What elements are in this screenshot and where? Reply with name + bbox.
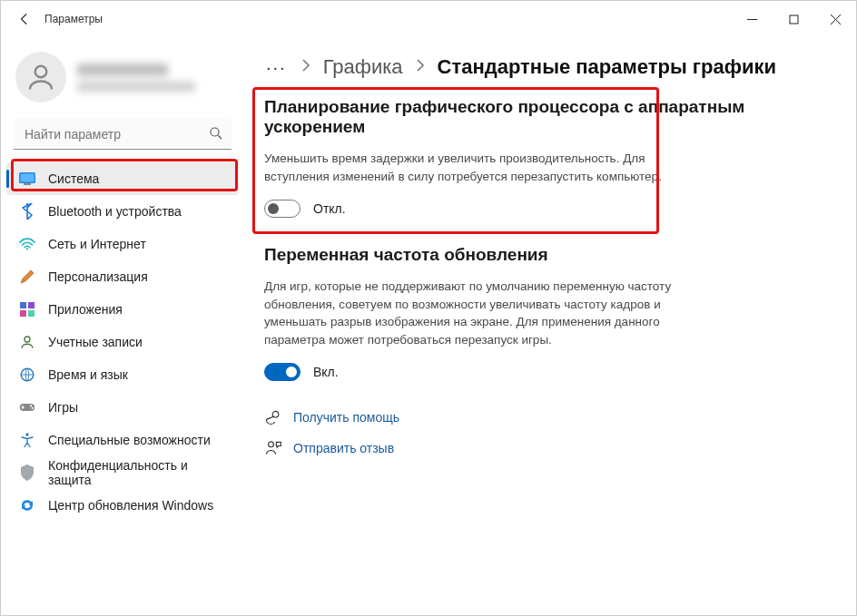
sidebar-item-label: Центр обновления Windows — [48, 498, 213, 513]
svg-rect-1 — [790, 15, 798, 24]
svg-rect-11 — [20, 302, 26, 308]
sidebar-item-privacy[interactable]: Конфиденциальность и защита — [6, 456, 239, 489]
svg-point-5 — [211, 128, 219, 136]
sidebar-item-update[interactable]: Центр обновления Windows — [6, 489, 239, 522]
toggle-state-label: Вкл. — [313, 365, 339, 379]
help-icon — [264, 408, 282, 426]
sidebar-item-label: Система — [48, 171, 99, 186]
svg-rect-14 — [28, 310, 34, 317]
svg-point-19 — [32, 407, 34, 409]
footer-links: Получить помощь Отправить отзыв — [264, 408, 831, 457]
svg-point-15 — [25, 337, 30, 342]
sidebar-item-label: Специальные возможности — [48, 433, 211, 447]
network-icon — [19, 236, 35, 252]
svg-point-10 — [26, 248, 28, 249]
sidebar-item-bluetooth[interactable]: Bluetooth и устройства — [6, 195, 239, 228]
search-input[interactable] — [14, 119, 231, 150]
sidebar-item-personalize[interactable]: Персонализация — [6, 260, 239, 293]
toggle-state-label: Откл. — [313, 201, 346, 216]
help-link[interactable]: Получить помощь — [293, 410, 399, 425]
section-heading: Планирование графического процессора с а… — [264, 97, 831, 137]
svg-rect-8 — [21, 174, 34, 182]
sidebar-item-label: Учетные записи — [48, 335, 143, 349]
section-gpu-scheduling: Планирование графического процессора с а… — [264, 92, 831, 218]
avatar — [15, 52, 66, 103]
svg-rect-9 — [24, 183, 31, 185]
time-icon — [19, 367, 35, 383]
svg-rect-12 — [28, 302, 34, 308]
sidebar: Система Bluetooth и устройства Сеть и Ин… — [1, 37, 244, 615]
accessibility-icon — [19, 432, 35, 448]
section-heading: Переменная частота обновления — [264, 245, 831, 265]
system-icon — [19, 171, 35, 187]
back-button[interactable] — [12, 6, 37, 32]
sidebar-item-label: Конфиденциальность и защита — [48, 458, 230, 487]
sidebar-item-label: Время и язык — [48, 367, 128, 382]
privacy-icon — [19, 464, 35, 481]
section-vrr: Переменная частота обновления Для игр, к… — [264, 245, 831, 381]
svg-line-6 — [218, 135, 222, 139]
section-description: Уменьшить время задержки и увеличить про… — [264, 150, 700, 185]
svg-point-21 — [272, 412, 279, 418]
section-description: Для игр, которые не поддерживают по умол… — [264, 278, 700, 348]
profile-text-redacted — [77, 64, 195, 92]
chevron-right-icon — [416, 59, 425, 75]
personalize-icon — [19, 269, 35, 285]
update-icon — [19, 497, 35, 513]
svg-point-20 — [25, 433, 28, 435]
sidebar-item-label: Приложения — [48, 302, 123, 317]
sidebar-item-time[interactable]: Время и язык — [6, 358, 239, 391]
sidebar-item-label: Игры — [48, 400, 78, 415]
gaming-icon — [19, 399, 35, 416]
breadcrumb-current: Стандартные параметры графики — [438, 55, 776, 79]
close-button[interactable] — [814, 1, 856, 37]
gpu-scheduling-toggle[interactable] — [264, 200, 300, 218]
bluetooth-icon — [19, 203, 35, 220]
titlebar: Параметры — [1, 1, 856, 37]
svg-point-18 — [30, 405, 32, 406]
breadcrumb-more[interactable]: ··· — [264, 57, 289, 78]
search-box[interactable] — [14, 119, 231, 150]
profile-block[interactable] — [6, 44, 239, 119]
sidebar-item-label: Сеть и Интернет — [48, 237, 146, 251]
nav-list: Система Bluetooth и устройства Сеть и Ин… — [6, 162, 239, 522]
sidebar-item-accounts[interactable]: Учетные записи — [6, 326, 239, 358]
window-title: Параметры — [44, 13, 103, 25]
apps-icon — [19, 301, 35, 318]
svg-rect-13 — [20, 310, 26, 317]
sidebar-item-label: Персонализация — [48, 269, 148, 284]
svg-line-3 — [831, 15, 841, 24]
sidebar-item-label: Bluetooth и устройства — [48, 204, 182, 219]
sidebar-item-system[interactable]: Система — [6, 162, 239, 195]
feedback-icon — [264, 439, 282, 457]
minimize-button[interactable] — [731, 1, 773, 37]
sidebar-item-accessibility[interactable]: Специальные возможности — [6, 424, 239, 456]
search-icon — [208, 125, 224, 145]
sidebar-item-network[interactable]: Сеть и Интернет — [6, 228, 239, 260]
sidebar-item-apps[interactable]: Приложения — [6, 293, 239, 326]
breadcrumb-parent[interactable]: Графика — [323, 55, 403, 79]
vrr-toggle[interactable] — [264, 363, 300, 381]
svg-line-2 — [831, 15, 841, 24]
chevron-right-icon — [301, 59, 310, 75]
sidebar-item-gaming[interactable]: Игры — [6, 391, 239, 424]
maximize-button[interactable] — [773, 1, 814, 37]
breadcrumb: ··· Графика Стандартные параметры график… — [264, 55, 831, 79]
main-content: ··· Графика Стандартные параметры график… — [244, 37, 856, 615]
svg-point-22 — [269, 442, 274, 447]
accounts-icon — [19, 334, 35, 350]
svg-point-4 — [35, 66, 47, 78]
feedback-link[interactable]: Отправить отзыв — [293, 441, 394, 455]
